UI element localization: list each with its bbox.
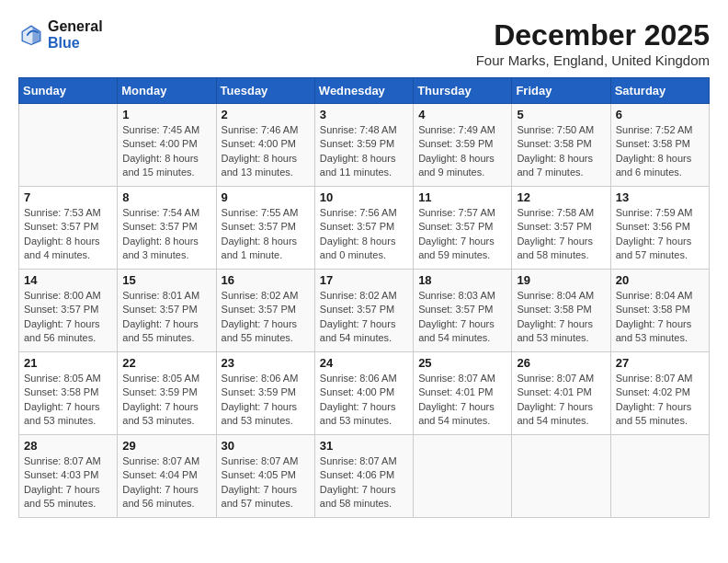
calendar-cell: 22Sunrise: 8:05 AM Sunset: 3:59 PM Dayli… [118, 352, 216, 435]
logo-text: General Blue [48, 18, 103, 52]
cell-content: Sunrise: 8:06 AM Sunset: 3:59 PM Dayligh… [222, 372, 310, 429]
day-number: 17 [320, 273, 408, 287]
calendar-cell: 8Sunrise: 7:54 AM Sunset: 3:57 PM Daylig… [118, 187, 216, 270]
cell-content: Sunrise: 7:59 AM Sunset: 3:56 PM Dayligh… [616, 206, 704, 263]
logo-icon [18, 22, 44, 48]
calendar-cell: 6Sunrise: 7:52 AM Sunset: 3:58 PM Daylig… [610, 104, 709, 187]
day-number: 9 [222, 190, 310, 204]
day-number: 7 [24, 190, 112, 204]
cell-content: Sunrise: 8:00 AM Sunset: 3:57 PM Dayligh… [24, 289, 112, 346]
cell-content: Sunrise: 7:49 AM Sunset: 3:59 PM Dayligh… [418, 123, 506, 180]
cell-content: Sunrise: 8:07 AM Sunset: 4:03 PM Dayligh… [24, 454, 112, 511]
cell-content: Sunrise: 8:07 AM Sunset: 4:02 PM Dayligh… [616, 372, 704, 429]
cell-content: Sunrise: 7:52 AM Sunset: 3:58 PM Dayligh… [616, 123, 704, 180]
month-title: December 2025 [476, 18, 710, 52]
cell-content: Sunrise: 8:07 AM Sunset: 4:06 PM Dayligh… [320, 454, 408, 511]
cell-content: Sunrise: 7:55 AM Sunset: 3:57 PM Dayligh… [222, 206, 310, 263]
location: Four Marks, England, United Kingdom [476, 52, 710, 68]
weekday-header: Friday [512, 78, 610, 104]
cell-content: Sunrise: 7:54 AM Sunset: 3:57 PM Dayligh… [122, 206, 210, 263]
day-number: 2 [222, 108, 310, 121]
day-number: 29 [122, 439, 210, 453]
day-number: 6 [616, 108, 704, 121]
weekday-header: Saturday [610, 78, 709, 104]
day-number: 31 [320, 439, 408, 453]
calendar-cell [610, 435, 709, 518]
day-number: 12 [517, 190, 605, 204]
cell-content: Sunrise: 7:57 AM Sunset: 3:57 PM Dayligh… [418, 206, 506, 263]
calendar-cell: 13Sunrise: 7:59 AM Sunset: 3:56 PM Dayli… [610, 187, 709, 270]
calendar-cell: 9Sunrise: 7:55 AM Sunset: 3:57 PM Daylig… [216, 187, 314, 270]
day-number: 15 [122, 273, 210, 287]
cell-content: Sunrise: 7:45 AM Sunset: 4:00 PM Dayligh… [122, 123, 210, 180]
cell-content: Sunrise: 7:53 AM Sunset: 3:57 PM Dayligh… [24, 206, 112, 263]
calendar-cell: 21Sunrise: 8:05 AM Sunset: 3:58 PM Dayli… [19, 352, 118, 435]
day-number: 3 [320, 108, 408, 121]
day-number: 5 [517, 108, 605, 121]
calendar-cell [512, 435, 610, 518]
cell-content: Sunrise: 8:05 AM Sunset: 3:59 PM Dayligh… [122, 372, 210, 429]
cell-content: Sunrise: 7:46 AM Sunset: 4:00 PM Dayligh… [222, 123, 310, 180]
cell-content: Sunrise: 8:05 AM Sunset: 3:58 PM Dayligh… [24, 372, 112, 429]
calendar-cell: 10Sunrise: 7:56 AM Sunset: 3:57 PM Dayli… [314, 187, 413, 270]
calendar-cell: 11Sunrise: 7:57 AM Sunset: 3:57 PM Dayli… [414, 187, 512, 270]
day-number: 10 [320, 190, 408, 204]
day-number: 21 [24, 356, 112, 370]
day-number: 23 [222, 356, 310, 370]
calendar-cell: 4Sunrise: 7:49 AM Sunset: 3:59 PM Daylig… [414, 104, 512, 187]
day-number: 14 [24, 273, 112, 287]
cell-content: Sunrise: 8:07 AM Sunset: 4:05 PM Dayligh… [222, 454, 310, 511]
calendar-cell: 2Sunrise: 7:46 AM Sunset: 4:00 PM Daylig… [216, 104, 314, 187]
cell-content: Sunrise: 7:50 AM Sunset: 3:58 PM Dayligh… [517, 123, 605, 180]
calendar-week-row: 28Sunrise: 8:07 AM Sunset: 4:03 PM Dayli… [19, 435, 710, 518]
day-number: 27 [616, 356, 704, 370]
weekday-header-row: SundayMondayTuesdayWednesdayThursdayFrid… [19, 78, 710, 104]
calendar-cell: 1Sunrise: 7:45 AM Sunset: 4:00 PM Daylig… [118, 104, 216, 187]
day-number: 20 [616, 273, 704, 287]
calendar-cell: 29Sunrise: 8:07 AM Sunset: 4:04 PM Dayli… [118, 435, 216, 518]
cell-content: Sunrise: 8:07 AM Sunset: 4:01 PM Dayligh… [517, 372, 605, 429]
cell-content: Sunrise: 7:58 AM Sunset: 3:57 PM Dayligh… [517, 206, 605, 263]
day-number: 22 [122, 356, 210, 370]
weekday-header: Thursday [414, 78, 512, 104]
calendar-cell: 16Sunrise: 8:02 AM Sunset: 3:57 PM Dayli… [216, 270, 314, 352]
day-number: 13 [616, 190, 704, 204]
cell-content: Sunrise: 8:04 AM Sunset: 3:58 PM Dayligh… [616, 289, 704, 346]
weekday-header: Monday [118, 78, 216, 104]
day-number: 1 [122, 108, 210, 121]
cell-content: Sunrise: 7:56 AM Sunset: 3:57 PM Dayligh… [320, 206, 408, 263]
cell-content: Sunrise: 8:07 AM Sunset: 4:04 PM Dayligh… [122, 454, 210, 511]
calendar-cell: 24Sunrise: 8:06 AM Sunset: 4:00 PM Dayli… [314, 352, 413, 435]
title-area: December 2025 Four Marks, England, Unite… [476, 18, 710, 68]
calendar-cell: 17Sunrise: 8:02 AM Sunset: 3:57 PM Dayli… [314, 270, 413, 352]
weekday-header: Sunday [19, 78, 118, 104]
day-number: 18 [418, 273, 506, 287]
calendar-cell: 28Sunrise: 8:07 AM Sunset: 4:03 PM Dayli… [19, 435, 118, 518]
calendar-cell: 14Sunrise: 8:00 AM Sunset: 3:57 PM Dayli… [19, 270, 118, 352]
cell-content: Sunrise: 7:48 AM Sunset: 3:59 PM Dayligh… [320, 123, 408, 180]
calendar-cell: 15Sunrise: 8:01 AM Sunset: 3:57 PM Dayli… [118, 270, 216, 352]
calendar-cell: 23Sunrise: 8:06 AM Sunset: 3:59 PM Dayli… [216, 352, 314, 435]
calendar-cell: 25Sunrise: 8:07 AM Sunset: 4:01 PM Dayli… [414, 352, 512, 435]
calendar-table: SundayMondayTuesdayWednesdayThursdayFrid… [18, 77, 710, 518]
day-number: 16 [222, 273, 310, 287]
calendar-cell: 30Sunrise: 8:07 AM Sunset: 4:05 PM Dayli… [216, 435, 314, 518]
calendar-cell: 18Sunrise: 8:03 AM Sunset: 3:57 PM Dayli… [414, 270, 512, 352]
day-number: 30 [222, 439, 310, 453]
calendar-week-row: 21Sunrise: 8:05 AM Sunset: 3:58 PM Dayli… [19, 352, 710, 435]
page-header: General Blue December 2025 Four Marks, E… [18, 18, 710, 68]
cell-content: Sunrise: 8:04 AM Sunset: 3:58 PM Dayligh… [517, 289, 605, 346]
cell-content: Sunrise: 8:01 AM Sunset: 3:57 PM Dayligh… [122, 289, 210, 346]
calendar-cell: 5Sunrise: 7:50 AM Sunset: 3:58 PM Daylig… [512, 104, 610, 187]
day-number: 28 [24, 439, 112, 453]
calendar-week-row: 14Sunrise: 8:00 AM Sunset: 3:57 PM Dayli… [19, 270, 710, 352]
weekday-header: Tuesday [216, 78, 314, 104]
day-number: 25 [418, 356, 506, 370]
calendar-cell: 7Sunrise: 7:53 AM Sunset: 3:57 PM Daylig… [19, 187, 118, 270]
calendar-cell: 26Sunrise: 8:07 AM Sunset: 4:01 PM Dayli… [512, 352, 610, 435]
weekday-header: Wednesday [314, 78, 413, 104]
calendar-week-row: 1Sunrise: 7:45 AM Sunset: 4:00 PM Daylig… [19, 104, 710, 187]
logo: General Blue [18, 18, 103, 52]
cell-content: Sunrise: 8:02 AM Sunset: 3:57 PM Dayligh… [222, 289, 310, 346]
calendar-cell: 31Sunrise: 8:07 AM Sunset: 4:06 PM Dayli… [314, 435, 413, 518]
